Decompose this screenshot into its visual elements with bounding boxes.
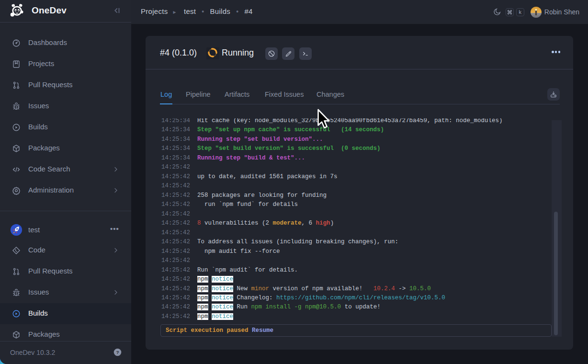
svg-text:?: ? <box>116 350 119 355</box>
